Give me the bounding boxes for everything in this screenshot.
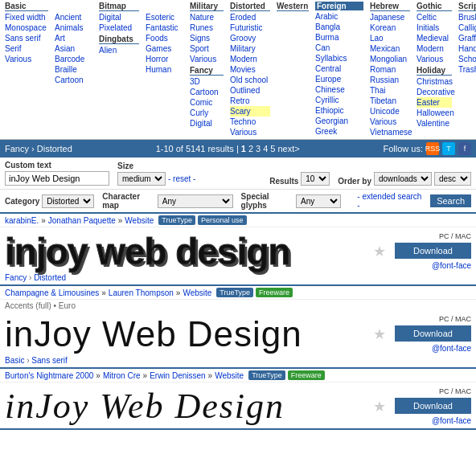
nav-item[interactable]: Various (230, 127, 270, 137)
nav-item[interactable]: Various (416, 54, 452, 64)
nav-item[interactable]: Cyrillic (315, 95, 363, 105)
rss-icon[interactable]: RSS (426, 142, 439, 155)
nav-item[interactable]: Ethiopic (315, 105, 363, 116)
font-2-breadcrumb-link2[interactable]: Sans serif (31, 356, 67, 365)
nav-item[interactable]: Techno (230, 117, 270, 127)
nav-item[interactable]: Medieval (416, 33, 452, 43)
nav-item[interactable]: Lao (370, 33, 410, 43)
nav-item[interactable]: Chinese (315, 84, 363, 95)
nav-item[interactable]: Burma (315, 32, 363, 43)
size-select[interactable]: medium small large (117, 172, 166, 186)
page-next[interactable]: next> (277, 144, 299, 153)
font-1-author[interactable]: karabinE. (5, 216, 39, 225)
nav-item[interactable]: Alien (99, 45, 139, 55)
nav-item[interactable]: Central Europe (315, 63, 363, 84)
nav-item[interactable]: Thai (370, 85, 410, 96)
nav-item[interactable]: Georgian (315, 116, 363, 126)
nav-item[interactable]: Pixelated (99, 22, 139, 33)
nav-item[interactable]: Celtic (416, 12, 452, 22)
font-2-breadcrumb-link[interactable]: Basic (5, 356, 24, 365)
reset-link[interactable]: - reset - (168, 174, 195, 183)
nav-item[interactable]: Unicode (370, 106, 410, 117)
font-1-fontface-link[interactable]: @font-face (432, 261, 471, 270)
nav-item[interactable]: Can Syllabics (315, 43, 363, 63)
nav-item[interactable]: Human (146, 64, 183, 75)
nav-item[interactable]: Comic (190, 97, 224, 108)
order-dir-select[interactable]: desc asc (434, 172, 471, 186)
page-2[interactable]: 2 (248, 144, 253, 153)
font-3-star[interactable]: ★ (368, 398, 391, 415)
nav-item[interactable]: Outlined (230, 85, 270, 96)
font-3-author[interactable]: Burton's Nightmare 2000 (5, 371, 93, 380)
nav-item[interactable]: Nature (190, 12, 224, 22)
font-1-breadcrumb-link2[interactable]: Distorted (34, 273, 66, 282)
nav-item[interactable]: School (458, 54, 476, 64)
nav-item[interactable]: Asian (55, 43, 92, 54)
font-1-site[interactable]: Website (125, 216, 154, 225)
font-1-download-btn[interactable]: Download (395, 243, 471, 259)
nav-item[interactable]: Trash (458, 64, 476, 75)
font-1-star[interactable]: ★ (368, 243, 391, 260)
category-select[interactable]: Distorted (42, 194, 94, 208)
nav-item[interactable]: Old school (230, 75, 270, 85)
nav-item[interactable]: Halloween (416, 108, 452, 118)
nav-item[interactable]: Easter (416, 97, 452, 108)
nav-item[interactable]: Calligraphy (458, 22, 476, 33)
extended-search-link[interactable]: - extended search - (357, 192, 422, 210)
nav-item[interactable]: Various (190, 54, 224, 64)
nav-item[interactable]: Sans serif (5, 33, 48, 43)
nav-item[interactable]: Military (230, 43, 270, 54)
special-select[interactable]: Any (296, 194, 341, 208)
font-3-fontface-link[interactable]: @font-face (432, 416, 471, 425)
nav-item[interactable]: Serif (5, 43, 48, 54)
nav-item[interactable]: Animals (55, 22, 92, 33)
nav-item[interactable]: Russian (370, 75, 410, 85)
nav-item[interactable]: Digital (99, 12, 139, 22)
nav-item[interactable]: Various (5, 54, 48, 64)
twitter-icon[interactable]: T (442, 142, 455, 155)
nav-item[interactable]: Braille (55, 64, 92, 75)
font-2-author[interactable]: Champagne & Limousines (5, 288, 99, 297)
nav-item[interactable]: 3D (190, 76, 224, 87)
font-3-site[interactable]: Website (215, 371, 244, 380)
nav-item[interactable]: Korean (370, 22, 410, 33)
nav-item[interactable]: Signs (190, 33, 224, 43)
nav-item[interactable]: Christmas (416, 76, 452, 87)
font-3-download-btn[interactable]: Download (395, 398, 471, 414)
font-2-site[interactable]: Website (183, 288, 211, 297)
nav-item[interactable]: Futuristic (230, 22, 270, 33)
nav-item[interactable]: Cartoon (190, 87, 224, 97)
charmap-select[interactable]: Any (158, 194, 233, 208)
nav-item[interactable]: Mexican (370, 43, 410, 54)
nav-item[interactable]: Modern (230, 54, 270, 64)
nav-item[interactable]: Greek (315, 126, 363, 137)
font-2-star[interactable]: ★ (368, 325, 391, 343)
nav-item[interactable]: Horror (146, 54, 183, 64)
page-3[interactable]: 3 (256, 144, 261, 153)
nav-item[interactable]: Ancient (55, 12, 92, 22)
nav-item[interactable]: Various (370, 117, 410, 127)
nav-item[interactable]: Japanese (370, 12, 410, 22)
results-select[interactable]: 10 25 50 (301, 172, 330, 186)
nav-item[interactable]: Monospace (5, 22, 48, 33)
nav-item[interactable]: Handwritten (458, 43, 476, 54)
nav-item[interactable]: Fantastic (146, 22, 183, 33)
nav-item[interactable]: Sport (190, 43, 224, 54)
nav-item[interactable]: Fixed width (5, 12, 48, 22)
nav-item[interactable]: Barcode (55, 54, 92, 64)
nav-item[interactable]: Arabic (315, 11, 363, 22)
nav-item[interactable]: Decorative (416, 87, 452, 97)
nav-item[interactable]: Brush (458, 12, 476, 22)
nav-item[interactable]: Vietnamese (370, 127, 410, 137)
nav-item[interactable]: Digital (190, 118, 224, 129)
nav-item[interactable]: Cartoon (55, 75, 92, 85)
page-1[interactable]: 1 (241, 144, 246, 153)
font-2-download-btn[interactable]: Download (395, 325, 471, 342)
nav-item[interactable]: Esoteric (146, 12, 183, 22)
nav-item[interactable]: Curly (190, 108, 224, 118)
nav-item[interactable]: Games (146, 43, 183, 54)
breadcrumb-link[interactable]: Fancy (5, 144, 29, 153)
nav-item[interactable]: Mongolian (370, 54, 410, 64)
page-4[interactable]: 4 (263, 144, 268, 153)
nav-item[interactable]: Eroded (230, 12, 270, 22)
